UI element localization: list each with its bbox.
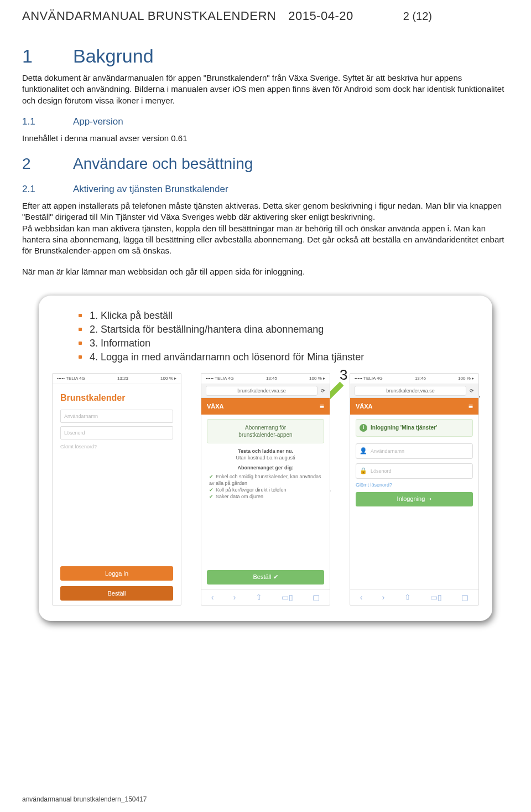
forward-icon[interactable]: › [233,593,236,602]
login-box-text: Inloggning 'Mina tjänster' [371,424,437,431]
battery-label: 100 % ▸ [160,376,176,381]
carrier-label: ••••• TELIA 4G [57,376,85,381]
info-line: brunstkalender-appen [211,431,320,438]
browser-toolbar: ‹ › ⇧ ▭▯ ▢ [350,589,478,605]
header-date: 2015-04-20 [288,9,353,23]
user-icon: 👤 [360,447,366,454]
section-2-1-body-2: På webbsidan kan man aktivera tjänsten, … [22,223,509,257]
phone-screenshot-2: ••••• TELIA 4G 13:45 100 % ▸ brunstkalen… [201,373,330,606]
check-icon: ✔ [209,494,214,499]
section-2-1-body-1: Efter att appen installerats på telefone… [22,200,509,223]
heading-1-number: 1 [22,45,73,67]
section-2-1-body-3: När man är klar lämnar man webbsidan och… [22,266,509,277]
username-input[interactable]: 👤 Användarnamn [356,443,473,459]
phones-row: 3 4 2 1 ••••• TELIA 4G 13:23 [52,373,479,606]
placeholder-text: Lösenord [371,468,392,474]
bullet-icon [79,342,82,345]
order-button[interactable]: Beställ [60,586,173,601]
bullet-icon [79,314,82,317]
legend-text: 2. Startsida för beställning/hantera din… [90,324,324,335]
hamburger-icon[interactable]: ≡ [468,402,473,410]
copy-subtitle: Abonnemanget ger dig: [238,465,294,470]
header-title: ANVÄNDARMANUAL BRUNSTKALENDERN [22,9,276,23]
bookmarks-icon[interactable]: ▭▯ [282,593,293,602]
password-input[interactable]: 🔒 Lösenord [356,463,473,479]
bullet-text: Säker data om djuren [216,494,263,499]
check-icon: ✔ [209,487,214,493]
bullet-text: Enkel och smidig brunstkalender, kan anv… [209,474,321,486]
app-content: Brunstkalender Användarnamn Lösenord Glö… [53,384,181,605]
forgot-password-link[interactable]: Glömt lösenord? [60,444,173,449]
figure-legend: 1. Klicka på beställ 2. Startsida för be… [56,310,479,363]
share-icon[interactable]: ⇧ [256,593,262,602]
legend-text: 4. Logga in med användarnamn och lösenor… [90,351,364,363]
share-icon[interactable]: ⇧ [404,593,411,602]
time-label: 13:23 [117,376,128,381]
login-button[interactable]: Logga in [60,566,173,581]
back-icon[interactable]: ‹ [211,593,214,602]
heading-1-text: Bakgrund [73,45,154,67]
section-1-1-body: Innehållet i denna manual avser version … [22,133,509,144]
username-input[interactable]: Användarnamn [60,410,173,423]
url-field[interactable]: brunstkalender.vxa.se [355,386,466,396]
legend-item: 2. Startsida för beställning/hantera din… [79,324,479,335]
time-label: 13:46 [415,376,426,381]
status-bar: ••••• TELIA 4G 13:46 100 % ▸ [350,374,478,384]
browser-url-bar[interactable]: brunstkalender.vxa.se ⟳ [201,384,330,398]
tabs-icon[interactable]: ▢ [461,593,468,602]
doc-header: ANVÄNDARMANUAL BRUNSTKALENDERN 2015-04-2… [22,9,509,23]
url-field[interactable]: brunstkalender.vxa.se [206,386,317,396]
brand-logo: VÄXA [356,403,373,410]
check-icon: ✔ [209,474,214,479]
login-info-box: i Inloggning 'Mina tjänster' [356,419,473,437]
forward-icon[interactable]: › [382,593,385,602]
tabs-icon[interactable]: ▢ [313,593,320,602]
header-page-number: 2 (12) [403,10,432,23]
legend-item: 3. Information [79,338,479,349]
carrier-label: ••••• TELIA 4G [355,376,383,381]
heading-1-1-number: 1.1 [22,116,73,127]
lock-icon: 🔒 [360,467,366,474]
heading-2-1-number: 2.1 [22,184,73,195]
copy-block: Testa och ladda ner nu. Utan kostnad t.o… [201,448,330,500]
site-header: VÄXA ≡ [350,398,478,415]
battery-label: 100 % ▸ [309,376,325,381]
heading-1-1-text: App-version [73,116,123,127]
app-title: Brunstkalender [60,393,173,403]
heading-2: 2 Användare och besättning [22,155,509,173]
heading-1-1: 1.1 App-version [22,116,509,127]
footer-filename: användarmanual brunstkalendern_150417 [22,795,147,803]
password-input[interactable]: Lösenord [60,426,173,439]
refresh-icon[interactable]: ⟳ [321,388,325,394]
info-box: Abonnemang för brunstkalender-appen [207,419,324,443]
bullet-icon [79,355,82,359]
bookmarks-icon[interactable]: ▭▯ [430,593,442,602]
legend-text: 3. Information [90,338,150,349]
site-header: VÄXA ≡ [201,398,330,415]
back-icon[interactable]: ‹ [360,593,363,602]
figure-container: 1. Klicka på beställ 2. Startsida för be… [39,296,492,621]
bullet-icon [79,328,82,331]
bullet-text: Koll på kor/kvigor direkt i telefon [216,487,287,493]
refresh-icon[interactable]: ⟳ [470,388,474,394]
browser-url-bar[interactable]: brunstkalender.vxa.se ⟳ [350,384,478,398]
time-label: 13:45 [266,376,277,381]
info-line: Abonnemang för [211,424,320,431]
hamburger-icon[interactable]: ≡ [320,402,324,410]
heading-1: 1 Bakgrund [22,45,509,67]
battery-label: 100 % ▸ [458,376,474,381]
heading-2-text: Användare och besättning [73,155,253,173]
status-bar: ••••• TELIA 4G 13:45 100 % ▸ [201,374,330,384]
forgot-password-link[interactable]: Glömt lösenord? [356,482,473,488]
login-button[interactable]: Inloggning ➝ [356,492,473,506]
phone-screenshot-3: ••••• TELIA 4G 13:46 100 % ▸ brunstkalen… [350,373,479,606]
copy-line: Utan kostnad t.o.m augusti [209,454,322,461]
placeholder-text: Användarnamn [371,448,404,454]
info-icon: i [360,424,367,432]
brand-logo: VÄXA [207,403,224,410]
heading-2-1: 2.1 Aktivering av tjänsten Brunstkalende… [22,184,509,195]
legend-item: 4. Logga in med användarnamn och lösenor… [79,351,479,363]
heading-2-number: 2 [22,155,73,173]
order-button[interactable]: Beställ ✔ [207,570,324,585]
carrier-label: ••••• TELIA 4G [206,376,234,381]
